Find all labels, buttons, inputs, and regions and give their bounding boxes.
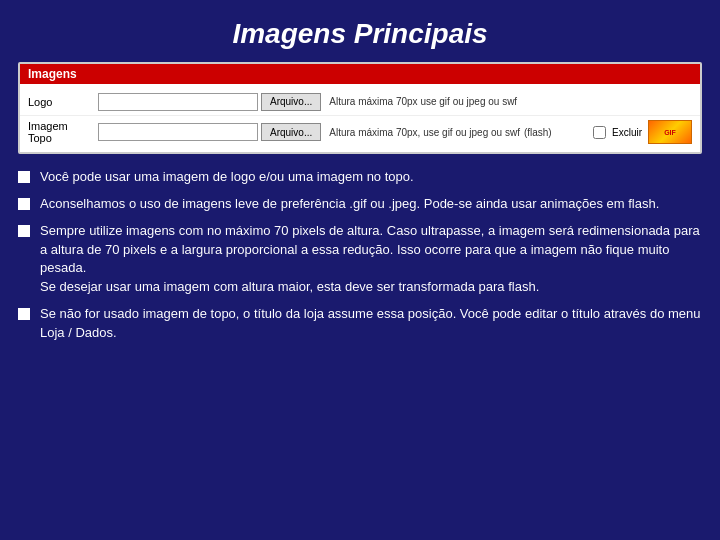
topo-label: Imagem Topo: [28, 120, 98, 144]
bullet-text-2: Aconselhamos o uso de imagens leve de pr…: [40, 195, 702, 214]
logo-arquivo-button[interactable]: Arquivo...: [261, 93, 321, 111]
topo-excluir-label: Excluir: [612, 127, 642, 138]
bullet-item-3: Sempre utilize imagens com no máximo 70 …: [18, 222, 702, 297]
logo-label: Logo: [28, 96, 98, 108]
topo-row: Imagem Topo Arquivo... Altura máxima 70p…: [20, 116, 700, 148]
bullet-dot-3: [18, 225, 30, 237]
bullet-item-4: Se não for usado imagem de topo, o títul…: [18, 305, 702, 343]
bullet-dot-4: [18, 308, 30, 320]
bullet-dot-2: [18, 198, 30, 210]
topo-arquivo-button[interactable]: Arquivo...: [261, 123, 321, 141]
imagens-panel: Imagens Logo Arquivo... Altura máxima 70…: [18, 62, 702, 154]
logo-input[interactable]: [98, 93, 258, 111]
bullet-item-1: Você pode usar uma imagem de logo e/ou u…: [18, 168, 702, 187]
bullet-text-3: Sempre utilize imagens com no máximo 70 …: [40, 222, 702, 297]
topo-thumbnail: GIF: [648, 120, 692, 144]
topo-input[interactable]: [98, 123, 258, 141]
topo-hint: Altura máxima 70px, use gif ou jpeg ou s…: [329, 127, 520, 138]
bullet-item-2: Aconselhamos o uso de imagens leve de pr…: [18, 195, 702, 214]
topo-excluir-checkbox[interactable]: [593, 126, 606, 139]
logo-hint: Altura máxima 70px use gif ou jpeg ou sw…: [329, 96, 517, 107]
page-title: Imagens Principais: [0, 0, 720, 62]
panel-body: Logo Arquivo... Altura máxima 70px use g…: [20, 84, 700, 152]
bullet-dot-1: [18, 171, 30, 183]
logo-row: Logo Arquivo... Altura máxima 70px use g…: [20, 88, 700, 116]
bullet-list: Você pode usar uma imagem de logo e/ou u…: [18, 168, 702, 343]
panel-header: Imagens: [20, 64, 700, 84]
topo-flash-label: (flash): [524, 127, 552, 138]
bullet-text-4: Se não for usado imagem de topo, o títul…: [40, 305, 702, 343]
bullet-text-1: Você pode usar uma imagem de logo e/ou u…: [40, 168, 702, 187]
